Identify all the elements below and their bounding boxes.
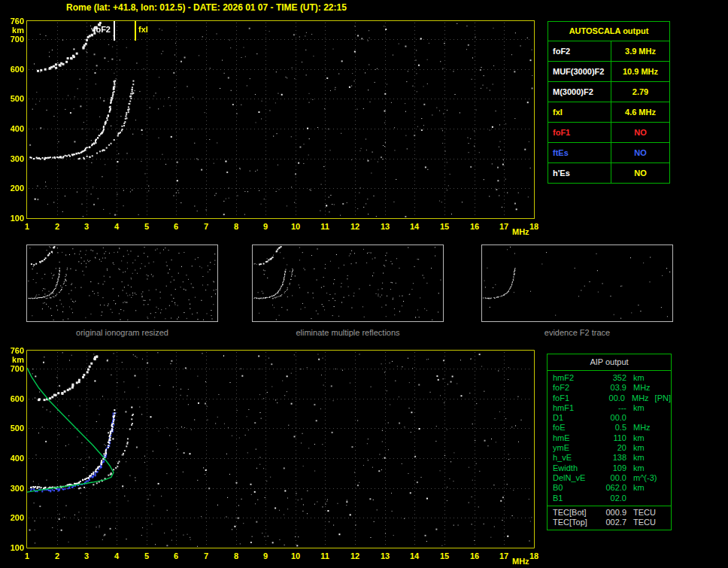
x-tick-label: 13 <box>377 222 393 231</box>
parameter-name: ymE <box>548 443 598 453</box>
parameter-name: fxI <box>548 102 611 122</box>
page-title: Rome (lat: +41.8, lon: 012.5) - DATE: 20… <box>66 2 347 13</box>
parameter-value: 02.0 <box>598 494 626 503</box>
y-tick-label: 700 <box>2 35 24 44</box>
parameter-name: foF1 <box>548 393 597 403</box>
y-tick-label: 400 <box>2 124 24 133</box>
x-tick-label: 8 <box>228 222 244 231</box>
bottom-ionogram-plot <box>26 350 535 548</box>
x-tick-label: 10 <box>287 222 304 231</box>
x-tick-label: 1 <box>19 551 35 560</box>
x-tick-label: 16 <box>466 551 483 560</box>
parameter-value: 2.79 <box>611 82 669 102</box>
y-tick-label: 760 <box>2 17 24 26</box>
aip-row: DelN_vE00.0m^(-3) <box>548 473 671 483</box>
parameter-value: 00.0 <box>598 413 626 423</box>
thumbnail-caption: evidence F2 trace <box>481 328 673 337</box>
aip-row: TEC[Bot]000.9TECU <box>548 508 671 518</box>
autoscala-output-table: AUTOSCALA output foF23.9 MHzMUF(3000)F21… <box>548 21 670 184</box>
autoscala-row: foF23.9 MHz <box>548 41 669 62</box>
parameter-name: hmE <box>548 433 598 443</box>
parameter-value: 002.7 <box>598 518 626 527</box>
parameter-name: M(3000)F2 <box>548 82 611 102</box>
x-tick-label: 14 <box>406 551 423 560</box>
x-tick-label: 11 <box>317 551 333 560</box>
x-tick-label: 12 <box>347 551 363 560</box>
autoscala-row: fxI4.6 MHz <box>548 102 669 123</box>
y-tick-label: 200 <box>2 513 24 522</box>
x-tick-label: 4 <box>108 222 125 231</box>
thumbnail-f2-trace-evidence <box>481 245 673 322</box>
parameter-value: 109 <box>598 463 626 473</box>
parameter-value: 062.0 <box>598 483 626 493</box>
aip-row: hmF1---km <box>548 403 671 413</box>
autoscala-table-title: AUTOSCALA output <box>548 22 669 41</box>
x-tick-label: 14 <box>406 222 423 231</box>
x-tick-label: 15 <box>436 551 453 560</box>
y-tick-label: 300 <box>2 484 24 493</box>
x-tick-label: 3 <box>78 222 95 231</box>
parameter-value: --- <box>598 403 626 413</box>
top-ionogram-plot <box>26 20 535 219</box>
x-tick-label: 8 <box>228 551 244 560</box>
aip-rows: hmF2352kmfoF203.9MHzfoF100.0MHz[PN]hmF1-… <box>548 371 671 506</box>
thumbnail-caption: eliminate multiple reflections <box>252 328 444 337</box>
aip-row: foE0.5MHz <box>548 423 671 433</box>
parameter-value: NO <box>611 143 669 163</box>
parameter-name: ftEs <box>548 143 611 163</box>
aip-row: TEC[Top]002.7TECU <box>548 518 671 527</box>
parameter-name: h_vE <box>548 453 598 463</box>
x-axis-unit-label: MHz <box>512 557 529 566</box>
parameter-value: 00.0 <box>597 393 625 403</box>
x-tick-label: 12 <box>347 222 363 231</box>
autoscala-row: MUF(3000)F210.9 MHz <box>548 62 669 82</box>
thumbnail-original-ionogram <box>26 245 218 322</box>
parameter-value: 0.5 <box>598 423 626 433</box>
parameter-name: foF1 <box>548 123 611 142</box>
aip-row: foF203.9MHz <box>548 383 671 393</box>
parameter-unit: km <box>626 483 645 493</box>
parameter-name: MUF(3000)F2 <box>548 62 611 81</box>
parameter-unit: m^(-3) <box>626 473 657 483</box>
parameter-unit <box>626 494 633 503</box>
parameter-value: 110 <box>598 433 626 443</box>
parameter-value: 138 <box>598 453 626 463</box>
parameter-unit: km <box>626 403 645 413</box>
parameter-name: TEC[Top] <box>548 518 598 527</box>
autoscala-window: Rome (lat: +41.8, lon: 012.5) - DATE: 20… <box>0 0 728 568</box>
parameter-unit: TECU <box>626 508 656 518</box>
parameter-value: 3.9 MHz <box>611 41 669 61</box>
parameter-name: h'Es <box>548 163 611 183</box>
parameter-unit: km <box>626 373 645 383</box>
x-tick-label: 3 <box>78 551 95 560</box>
aip-tec-rows: TEC[Bot]000.9TECUTEC[Top]002.7TECU <box>548 506 671 530</box>
parameter-value: 10.9 MHz <box>611 62 669 81</box>
parameter-name: D1 <box>548 413 598 423</box>
thumbnail-multiple-reflections-removed <box>252 245 444 322</box>
autoscala-row: h'EsNO <box>548 163 669 183</box>
y-tick-label: 200 <box>2 184 24 193</box>
aip-output-table: AIP output hmF2352kmfoF203.9MHzfoF100.0M… <box>547 354 672 530</box>
aip-row: B102.0 <box>548 494 671 503</box>
x-tick-label: 5 <box>138 222 155 231</box>
aip-row: B0062.0km <box>548 483 671 493</box>
parameter-unit: MHz <box>625 393 649 403</box>
aip-row: ymE20km <box>548 443 671 453</box>
parameter-name: foF2 <box>548 383 598 393</box>
parameter-name: foE <box>548 423 598 433</box>
y-tick-label: 600 <box>2 65 24 74</box>
parameter-name: hmF2 <box>548 373 598 383</box>
x-tick-label: 15 <box>436 222 453 231</box>
parameter-value: 03.9 <box>598 383 626 393</box>
y-tick-label: 760 <box>2 346 24 355</box>
parameter-name: Ewidth <box>548 463 598 473</box>
foF2-marker-label: foF2 <box>76 25 111 34</box>
parameter-flag: [PN] <box>649 393 671 403</box>
fxI-marker-label: fxI <box>138 25 148 34</box>
parameter-name: B1 <box>548 494 598 503</box>
parameter-unit: km <box>626 433 645 443</box>
parameter-unit <box>626 413 633 423</box>
parameter-unit: km <box>626 443 645 453</box>
aip-table-title: AIP output <box>548 354 671 371</box>
parameter-value: NO <box>611 163 669 183</box>
